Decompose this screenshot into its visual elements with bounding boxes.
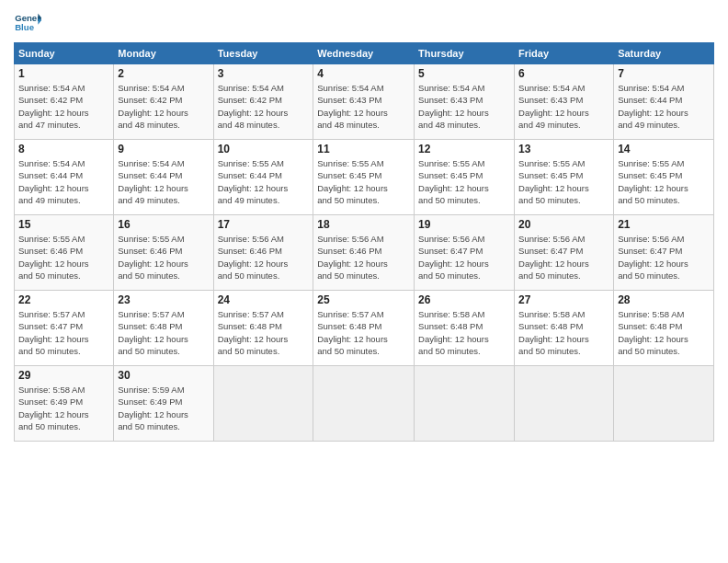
calendar-cell: 1Sunrise: 5:54 AM Sunset: 6:42 PM Daylig… (15, 64, 114, 140)
logo: General Blue (14, 9, 45, 37)
calendar-cell: 9Sunrise: 5:54 AM Sunset: 6:44 PM Daylig… (114, 140, 213, 215)
day-info: Sunrise: 5:56 AM Sunset: 6:47 PM Dayligh… (418, 233, 510, 282)
day-info: Sunrise: 5:54 AM Sunset: 6:42 PM Dayligh… (118, 82, 209, 131)
calendar-cell: 27Sunrise: 5:58 AM Sunset: 6:48 PM Dayli… (515, 291, 614, 366)
svg-text:Blue: Blue (15, 22, 34, 32)
day-info: Sunrise: 5:54 AM Sunset: 6:43 PM Dayligh… (518, 82, 609, 131)
calendar-cell: 14Sunrise: 5:55 AM Sunset: 6:45 PM Dayli… (614, 140, 714, 215)
calendar-week-1: 1Sunrise: 5:54 AM Sunset: 6:42 PM Daylig… (15, 64, 714, 140)
logo-icon: General Blue (14, 9, 41, 37)
day-info: Sunrise: 5:57 AM Sunset: 6:48 PM Dayligh… (317, 308, 410, 357)
day-info: Sunrise: 5:55 AM Sunset: 6:45 PM Dayligh… (618, 157, 710, 206)
calendar-cell: 28Sunrise: 5:58 AM Sunset: 6:48 PM Dayli… (614, 291, 714, 366)
calendar-cell: 11Sunrise: 5:55 AM Sunset: 6:45 PM Dayli… (313, 140, 415, 215)
day-number: 5 (418, 67, 510, 80)
calendar-cell: 29Sunrise: 5:58 AM Sunset: 6:49 PM Dayli… (15, 366, 114, 442)
calendar-cell: 4Sunrise: 5:54 AM Sunset: 6:43 PM Daylig… (313, 64, 415, 140)
day-info: Sunrise: 5:54 AM Sunset: 6:42 PM Dayligh… (218, 82, 310, 131)
day-number: 20 (518, 218, 609, 231)
calendar-cell (614, 366, 714, 442)
day-info: Sunrise: 5:54 AM Sunset: 6:43 PM Dayligh… (317, 82, 410, 131)
calendar-week-4: 22Sunrise: 5:57 AM Sunset: 6:47 PM Dayli… (15, 291, 714, 366)
calendar-week-2: 8Sunrise: 5:54 AM Sunset: 6:44 PM Daylig… (15, 140, 714, 215)
calendar-cell (213, 366, 313, 442)
calendar-cell: 8Sunrise: 5:54 AM Sunset: 6:44 PM Daylig… (15, 140, 114, 215)
day-number: 6 (518, 67, 609, 80)
calendar-cell: 5Sunrise: 5:54 AM Sunset: 6:43 PM Daylig… (415, 64, 515, 140)
col-header-thursday: Thursday (415, 43, 515, 64)
day-number: 9 (118, 143, 209, 155)
day-number: 12 (418, 143, 510, 155)
day-number: 1 (18, 67, 109, 80)
day-info: Sunrise: 5:55 AM Sunset: 6:45 PM Dayligh… (418, 157, 510, 206)
day-number: 25 (317, 293, 410, 306)
day-number: 16 (118, 218, 209, 231)
day-number: 21 (618, 218, 710, 231)
day-number: 17 (218, 218, 310, 231)
day-info: Sunrise: 5:57 AM Sunset: 6:48 PM Dayligh… (118, 308, 209, 357)
day-number: 13 (518, 143, 609, 155)
day-info: Sunrise: 5:54 AM Sunset: 6:42 PM Dayligh… (18, 82, 109, 131)
day-number: 24 (218, 293, 310, 306)
day-info: Sunrise: 5:54 AM Sunset: 6:44 PM Dayligh… (18, 157, 109, 206)
day-info: Sunrise: 5:55 AM Sunset: 6:46 PM Dayligh… (18, 233, 109, 282)
calendar-cell (515, 366, 614, 442)
header-row: SundayMondayTuesdayWednesdayThursdayFrid… (15, 43, 714, 64)
day-number: 10 (218, 143, 310, 155)
calendar-cell (415, 366, 515, 442)
calendar-cell: 24Sunrise: 5:57 AM Sunset: 6:48 PM Dayli… (213, 291, 313, 366)
col-header-wednesday: Wednesday (313, 43, 415, 64)
calendar-cell: 22Sunrise: 5:57 AM Sunset: 6:47 PM Dayli… (15, 291, 114, 366)
day-number: 22 (18, 293, 109, 306)
calendar-cell: 20Sunrise: 5:56 AM Sunset: 6:47 PM Dayli… (515, 215, 614, 291)
day-info: Sunrise: 5:54 AM Sunset: 6:44 PM Dayligh… (118, 157, 209, 206)
day-info: Sunrise: 5:56 AM Sunset: 6:47 PM Dayligh… (518, 233, 609, 282)
day-info: Sunrise: 5:57 AM Sunset: 6:47 PM Dayligh… (18, 308, 109, 357)
calendar-cell: 10Sunrise: 5:55 AM Sunset: 6:44 PM Dayli… (213, 140, 313, 215)
calendar-cell: 26Sunrise: 5:58 AM Sunset: 6:48 PM Dayli… (415, 291, 515, 366)
header: General Blue (14, 9, 714, 37)
calendar-cell: 6Sunrise: 5:54 AM Sunset: 6:43 PM Daylig… (515, 64, 614, 140)
day-info: Sunrise: 5:57 AM Sunset: 6:48 PM Dayligh… (218, 308, 310, 357)
calendar-cell: 16Sunrise: 5:55 AM Sunset: 6:46 PM Dayli… (114, 215, 213, 291)
calendar-cell: 12Sunrise: 5:55 AM Sunset: 6:45 PM Dayli… (415, 140, 515, 215)
day-info: Sunrise: 5:54 AM Sunset: 6:44 PM Dayligh… (618, 82, 710, 131)
day-number: 30 (118, 369, 209, 382)
day-number: 29 (18, 369, 109, 382)
day-number: 23 (118, 293, 209, 306)
day-info: Sunrise: 5:56 AM Sunset: 6:47 PM Dayligh… (618, 233, 710, 282)
day-info: Sunrise: 5:58 AM Sunset: 6:48 PM Dayligh… (518, 308, 609, 357)
day-number: 19 (418, 218, 510, 231)
day-number: 8 (18, 143, 109, 155)
calendar-cell: 21Sunrise: 5:56 AM Sunset: 6:47 PM Dayli… (614, 215, 714, 291)
day-info: Sunrise: 5:55 AM Sunset: 6:44 PM Dayligh… (218, 157, 310, 206)
calendar-cell: 2Sunrise: 5:54 AM Sunset: 6:42 PM Daylig… (114, 64, 213, 140)
calendar-cell: 30Sunrise: 5:59 AM Sunset: 6:49 PM Dayli… (114, 366, 213, 442)
day-number: 27 (518, 293, 609, 306)
day-number: 2 (118, 67, 209, 80)
calendar-week-5: 29Sunrise: 5:58 AM Sunset: 6:49 PM Dayli… (15, 366, 714, 442)
day-number: 26 (418, 293, 510, 306)
calendar-cell: 15Sunrise: 5:55 AM Sunset: 6:46 PM Dayli… (15, 215, 114, 291)
day-info: Sunrise: 5:54 AM Sunset: 6:43 PM Dayligh… (418, 82, 510, 131)
day-number: 7 (618, 67, 710, 80)
calendar-cell: 7Sunrise: 5:54 AM Sunset: 6:44 PM Daylig… (614, 64, 714, 140)
day-number: 4 (317, 67, 410, 80)
col-header-tuesday: Tuesday (213, 43, 313, 64)
day-info: Sunrise: 5:55 AM Sunset: 6:45 PM Dayligh… (317, 157, 410, 206)
page: { "header": { "logo_line1": "General", "… (0, 0, 728, 563)
calendar-cell: 25Sunrise: 5:57 AM Sunset: 6:48 PM Dayli… (313, 291, 415, 366)
day-info: Sunrise: 5:59 AM Sunset: 6:49 PM Dayligh… (118, 384, 209, 432)
day-info: Sunrise: 5:55 AM Sunset: 6:46 PM Dayligh… (118, 233, 209, 282)
calendar-cell: 13Sunrise: 5:55 AM Sunset: 6:45 PM Dayli… (515, 140, 614, 215)
day-number: 15 (18, 218, 109, 231)
day-number: 28 (618, 293, 710, 306)
day-number: 18 (317, 218, 410, 231)
calendar-cell: 18Sunrise: 5:56 AM Sunset: 6:46 PM Dayli… (313, 215, 415, 291)
calendar-table: SundayMondayTuesdayWednesdayThursdayFrid… (14, 42, 714, 442)
day-info: Sunrise: 5:58 AM Sunset: 6:48 PM Dayligh… (618, 308, 710, 357)
day-number: 11 (317, 143, 410, 155)
day-info: Sunrise: 5:56 AM Sunset: 6:46 PM Dayligh… (218, 233, 310, 282)
day-info: Sunrise: 5:56 AM Sunset: 6:46 PM Dayligh… (317, 233, 410, 282)
day-info: Sunrise: 5:58 AM Sunset: 6:49 PM Dayligh… (18, 384, 109, 432)
